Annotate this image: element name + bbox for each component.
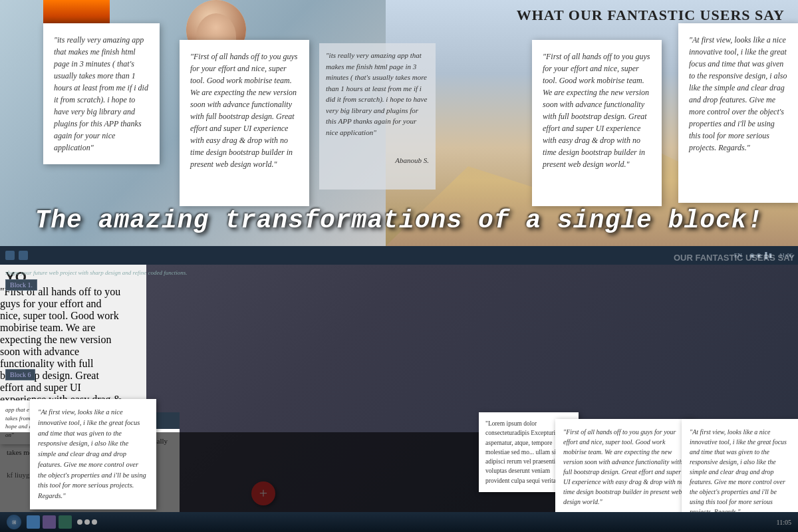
bottom-right-text-2: "At first view, looks like a nice innova… [690,427,790,517]
windows-start-btn[interactable]: ⊞ [7,515,21,529]
header-title: WHAT OUR FANTASTIC USERS SAY [412,7,785,24]
app-icon-2[interactable] [43,515,56,529]
reviewer-name: Abanoub S. [319,148,436,173]
center-overlay-text: "its really very amazing app that makes … [319,43,436,144]
app-topbar-btn-2 [19,251,28,260]
bottom-right-card-1: "First of all hands off to you guys for … [555,419,695,515]
testimonial-text-5: "At first view, looks like a nice innova… [689,34,787,154]
overlay-title-section: The amazing transformations of a single … [0,206,798,235]
main-overlay-title: The amazing transformations of a single … [0,206,798,235]
bottom-section: MOBIRISE GIVES YO "First of all hands of… [0,246,798,532]
app-subtitle: shape your future web project with sharp… [5,269,187,276]
center-overlay-card: "its really very amazing app that makes … [319,43,436,190]
taskbar-system-icons [77,519,97,525]
testimonial-text-1: "its really very amazing app that makes … [54,34,149,154]
taskbar-apps [27,515,72,529]
global-taskbar: ⊞ 11:05 [0,512,798,532]
testimonial-text-2: "First of all hands off to you guys for … [190,51,299,170]
bottom-right-text-1: "First of all hands off to you guys for … [563,427,687,507]
app-topbar-btn-1 [5,251,15,260]
testimonial-card-5: "At first view, looks like a nice innova… [678,23,798,203]
windows-icon: ⊞ [12,519,17,525]
block-label-1[interactable]: Block 1. [5,279,37,291]
system-icon-2 [84,519,90,525]
app-icon-1[interactable] [27,515,40,529]
mid-testimonial-text: "At first view, looks like a nice innova… [38,407,148,501]
bottom-right-card-2: "At first view, looks like a nice innova… [682,419,798,525]
testimonial-card-2: "First of all hands off to you guys for … [180,40,309,206]
mid-testimonial-card: "At first view, looks like a nice innova… [30,399,156,509]
background-text: OUR FANTASTIC USERS SAY [674,253,795,263]
app-icon-3[interactable] [59,515,72,529]
testimonial-text-4: "First of all hands off to you guys for … [543,51,651,170]
testimonial-card-4: "First of all hands off to you guys for … [532,40,662,206]
taskbar-clock: 11:05 [777,519,791,526]
testimonial-card-1: "its really very amazing app that makes … [43,23,160,164]
block-label-6[interactable]: Block 6 [5,369,35,380]
system-icon-3 [92,519,97,525]
system-icon-1 [77,519,82,525]
